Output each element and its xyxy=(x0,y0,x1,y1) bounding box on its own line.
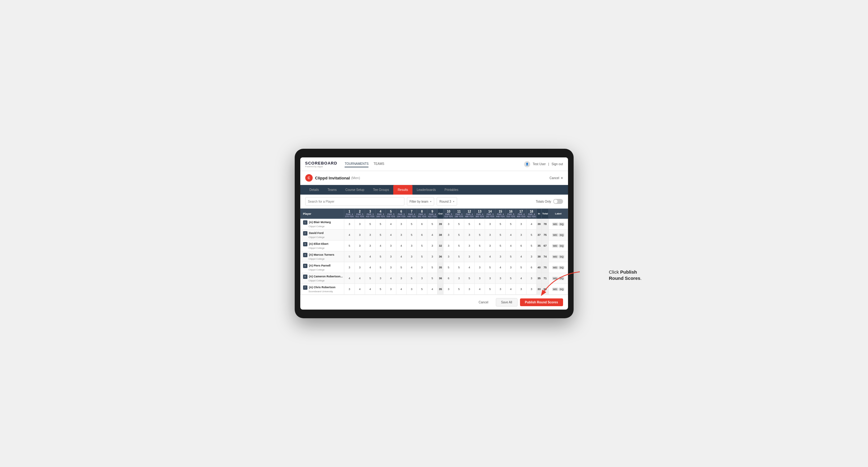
score-hole-10[interactable]: 3 xyxy=(443,230,454,241)
sign-out-link[interactable]: Sign out xyxy=(552,162,563,166)
score-hole-11[interactable]: 3 xyxy=(454,273,464,284)
score-hole-5[interactable]: 4 xyxy=(386,219,396,230)
score-hole-3[interactable]: 4 xyxy=(365,284,375,295)
score-hole-3[interactable]: 4 xyxy=(365,262,375,273)
score-hole-9[interactable]: 4 xyxy=(427,284,437,295)
score-hole-13[interactable]: 5 xyxy=(474,241,485,251)
score-hole-10[interactable]: 6 xyxy=(443,273,454,284)
score-hole-15[interactable]: 5 xyxy=(495,219,505,230)
score-hole-15[interactable]: 3 xyxy=(495,284,505,295)
score-hole-5[interactable]: 3 xyxy=(386,262,396,273)
score-hole-1[interactable]: 3 xyxy=(344,262,354,273)
score-hole-11[interactable]: 5 xyxy=(454,230,464,241)
wd-badge[interactable]: WD xyxy=(552,234,558,237)
score-hole-15[interactable]: 3 xyxy=(495,273,505,284)
score-hole-8[interactable]: 3 xyxy=(417,273,427,284)
tab-course-setup[interactable]: Course Setup xyxy=(341,185,369,195)
score-hole-2[interactable]: 4 xyxy=(354,273,365,284)
score-hole-7[interactable]: 3 xyxy=(406,241,416,251)
score-hole-9[interactable]: 4 xyxy=(427,230,437,241)
score-hole-11[interactable]: 5 xyxy=(454,241,464,251)
score-hole-1[interactable]: 3 xyxy=(344,284,354,295)
tab-tee-groups[interactable]: Tee Groups xyxy=(369,185,394,195)
tab-results[interactable]: Results xyxy=(393,185,412,195)
score-hole-16[interactable]: 4 xyxy=(506,230,516,241)
score-hole-10[interactable]: 3 xyxy=(443,219,454,230)
score-hole-8[interactable]: 3 xyxy=(417,262,427,273)
score-hole-9[interactable]: 5 xyxy=(427,262,437,273)
score-hole-16[interactable]: 4 xyxy=(506,241,516,251)
score-hole-11[interactable]: 5 xyxy=(454,262,464,273)
score-hole-1[interactable]: 3 xyxy=(344,219,354,230)
score-hole-11[interactable]: 5 xyxy=(454,219,464,230)
score-hole-3[interactable]: 5 xyxy=(365,273,375,284)
score-hole-1[interactable]: 5 xyxy=(344,241,354,251)
score-hole-8[interactable]: 5 xyxy=(417,241,427,251)
dq-badge[interactable]: DQ xyxy=(559,255,564,258)
score-hole-4[interactable]: 5 xyxy=(375,251,385,262)
score-hole-6[interactable]: 3 xyxy=(396,273,406,284)
score-hole-6[interactable]: 4 xyxy=(396,284,406,295)
score-hole-10[interactable]: 3 xyxy=(443,284,454,295)
score-hole-2[interactable]: 4 xyxy=(354,284,365,295)
score-hole-18[interactable]: 3 xyxy=(526,251,536,262)
score-hole-16[interactable]: 4 xyxy=(506,284,516,295)
score-hole-17[interactable]: 3 xyxy=(516,230,526,241)
score-hole-14[interactable]: 3 xyxy=(485,230,495,241)
score-hole-5[interactable]: 3 xyxy=(386,284,396,295)
nav-tournaments[interactable]: TOURNAMENTS xyxy=(345,161,368,167)
wd-badge[interactable]: WD xyxy=(552,244,558,248)
score-hole-6[interactable]: 4 xyxy=(396,241,406,251)
score-hole-3[interactable]: 4 xyxy=(365,251,375,262)
score-hole-13[interactable]: 3 xyxy=(474,273,485,284)
score-hole-13[interactable]: 3 xyxy=(474,262,485,273)
wd-badge[interactable]: WD xyxy=(552,255,558,258)
cancel-button[interactable]: Cancel xyxy=(474,299,493,306)
tab-printables[interactable]: Printables xyxy=(440,185,462,195)
score-hole-9[interactable]: 3 xyxy=(427,251,437,262)
score-hole-1[interactable]: 4 xyxy=(344,273,354,284)
score-hole-18[interactable]: 5 xyxy=(526,230,536,241)
score-hole-8[interactable]: 5 xyxy=(417,284,427,295)
score-hole-10[interactable]: 3 xyxy=(443,251,454,262)
score-hole-9[interactable]: 5 xyxy=(427,219,437,230)
score-hole-15[interactable]: 4 xyxy=(495,262,505,273)
score-hole-12[interactable]: 5 xyxy=(464,219,474,230)
round-select[interactable]: Round 3 ▾ xyxy=(437,197,457,206)
score-hole-5[interactable]: 3 xyxy=(386,251,396,262)
score-hole-3[interactable]: 3 xyxy=(365,230,375,241)
score-hole-2[interactable]: 3 xyxy=(354,262,365,273)
filter-team-select[interactable]: Filter by team ▾ xyxy=(407,197,434,206)
score-hole-5[interactable]: 3 xyxy=(386,241,396,251)
score-hole-2[interactable]: 3 xyxy=(354,230,365,241)
score-hole-4[interactable]: 5 xyxy=(375,230,385,241)
score-hole-18[interactable]: 5 xyxy=(526,241,536,251)
score-hole-8[interactable]: 6 xyxy=(417,230,427,241)
score-hole-12[interactable]: 4 xyxy=(464,262,474,273)
score-hole-12[interactable]: 3 xyxy=(464,230,474,241)
score-hole-12[interactable]: 3 xyxy=(464,284,474,295)
score-hole-4[interactable]: 5 xyxy=(375,284,385,295)
totals-toggle-switch[interactable] xyxy=(553,199,563,204)
score-hole-2[interactable]: 3 xyxy=(354,219,365,230)
score-hole-13[interactable]: 6 xyxy=(474,219,485,230)
score-hole-13[interactable]: 5 xyxy=(474,230,485,241)
score-hole-14[interactable]: 3 xyxy=(485,219,495,230)
score-hole-16[interactable]: 5 xyxy=(506,273,516,284)
score-hole-1[interactable]: 5 xyxy=(344,251,354,262)
score-hole-9[interactable]: 5 xyxy=(427,273,437,284)
score-hole-3[interactable]: 5 xyxy=(365,219,375,230)
score-hole-15[interactable]: 5 xyxy=(495,230,505,241)
score-hole-14[interactable]: 5 xyxy=(485,262,495,273)
score-hole-15[interactable]: 3 xyxy=(495,251,505,262)
dq-badge[interactable]: DQ xyxy=(559,244,564,248)
score-hole-18[interactable]: 4 xyxy=(526,219,536,230)
wd-badge[interactable]: WD xyxy=(552,222,558,226)
score-hole-16[interactable]: 5 xyxy=(506,251,516,262)
search-input[interactable] xyxy=(305,197,404,206)
score-hole-17[interactable]: 6 xyxy=(516,241,526,251)
dq-badge[interactable]: DQ xyxy=(559,234,564,237)
score-hole-12[interactable]: 3 xyxy=(464,241,474,251)
score-hole-7[interactable]: 3 xyxy=(406,284,416,295)
score-hole-5[interactable]: 4 xyxy=(386,273,396,284)
